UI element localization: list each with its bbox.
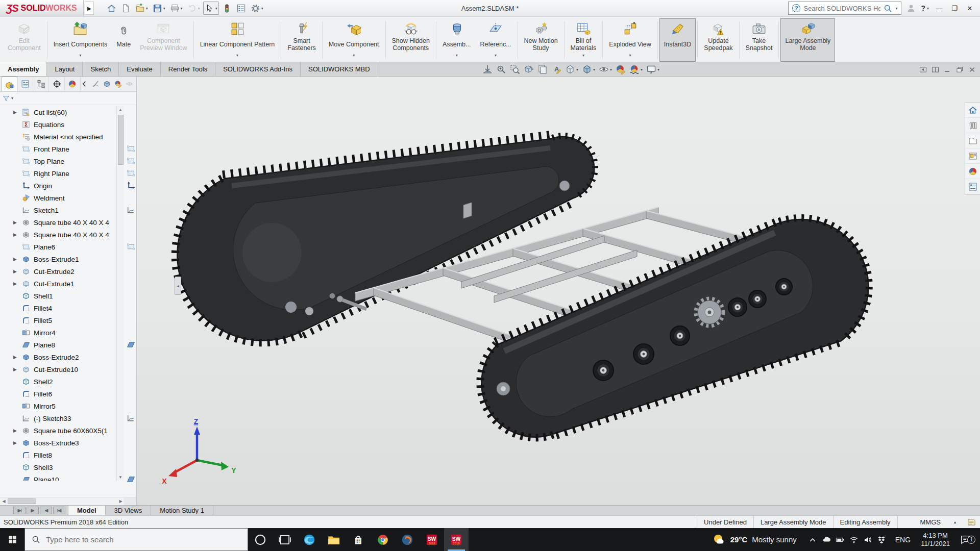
tab-evaluate[interactable]: Evaluate	[119, 62, 161, 76]
start-button[interactable]	[0, 528, 24, 551]
tree-item[interactable]: Right Plane	[0, 167, 116, 180]
scroll-next-button[interactable]	[40, 507, 52, 514]
insert-components-dropdown-caret[interactable]: ▾	[79, 52, 81, 59]
hide-types-button[interactable]	[92, 80, 100, 88]
scroll-down-arrow[interactable]: ▼	[117, 473, 124, 481]
doc-tab-model[interactable]: Model	[68, 506, 106, 515]
move-component-dropdown-caret[interactable]: ▾	[353, 52, 355, 59]
tree-item[interactable]: ▶Square tube 60X60X5(1	[0, 424, 116, 437]
scrollbar-thumb[interactable]	[118, 115, 124, 165]
volume-tray-icon[interactable]	[861, 536, 875, 544]
tree-item[interactable]: Fillet4	[0, 302, 116, 314]
dimxpertmanager-tab[interactable]	[49, 77, 65, 91]
wifi-tray-icon[interactable]	[847, 536, 861, 544]
edge-taskbar-button[interactable]	[297, 528, 322, 551]
search-dropdown-caret[interactable]: ▾	[895, 6, 897, 11]
minimize-button[interactable]: —	[934, 5, 944, 12]
expand-arrow-icon[interactable]: ▶	[13, 355, 17, 360]
assembly-features-dropdown-caret[interactable]: ▾	[456, 52, 458, 59]
select-button[interactable]: ▾	[203, 2, 219, 15]
view-settings-dropdown-caret[interactable]: ▾	[657, 67, 659, 72]
new-document-button[interactable]	[119, 2, 132, 15]
move-component-button[interactable]: Move Component▾	[324, 18, 384, 62]
zoom-to-area-button[interactable]	[496, 64, 506, 74]
scroll-left-arrow[interactable]: ◀	[0, 498, 8, 505]
expand-arrow-icon[interactable]: ▶	[13, 220, 17, 225]
store-taskbar-button[interactable]	[346, 528, 371, 551]
hide-annotations-button[interactable]: A	[551, 64, 561, 74]
instant3d-button[interactable]: Instant3D	[659, 18, 696, 62]
rebuild-button[interactable]	[220, 2, 233, 15]
doc-minimize-button[interactable]	[944, 66, 951, 73]
expand-arrow-icon[interactable]: ▶	[13, 428, 17, 433]
scroll-up-arrow[interactable]: ▲	[117, 106, 124, 113]
road-wheel[interactable]	[633, 344, 654, 364]
restore-button[interactable]: ❐	[949, 5, 960, 12]
display-pane-appearance-button[interactable]	[114, 80, 122, 88]
filter-dropdown-caret[interactable]: ▾	[11, 96, 13, 101]
doc-tab-3d-views[interactable]: 3D Views	[106, 506, 152, 515]
expand-arrow-icon[interactable]: ▶	[13, 232, 17, 237]
tree-item[interactable]: (-) Sketch33	[0, 412, 116, 424]
tree-item[interactable]: Plane6	[0, 241, 116, 253]
tree-item[interactable]: ▶Cut list(60)	[0, 106, 116, 118]
hide-show-items-button[interactable]: ▾	[599, 64, 612, 74]
file-explorer-taskbar-button[interactable]	[322, 528, 346, 551]
configurationmanager-tab[interactable]	[33, 77, 49, 91]
tab-sketch[interactable]: Sketch	[83, 62, 119, 76]
undo-dropdown-caret[interactable]: ▾	[198, 6, 200, 11]
linear-pattern-dropdown-caret[interactable]: ▾	[236, 52, 238, 59]
tree-item[interactable]: Weldment	[0, 192, 116, 204]
undo-button[interactable]: ▾	[186, 2, 202, 15]
display-style-dropdown-caret[interactable]: ▾	[593, 67, 595, 72]
save-button[interactable]: ▾	[151, 2, 167, 15]
battery-tray-icon[interactable]	[834, 536, 847, 544]
options-button[interactable]: ▾	[249, 2, 265, 15]
tree-item[interactable]: Shell1	[0, 290, 116, 302]
design-library-tab[interactable]	[965, 118, 980, 133]
left-track[interactable]	[175, 134, 595, 343]
user-account-icon[interactable]	[906, 4, 916, 13]
scroll-prev-button[interactable]	[27, 507, 39, 514]
tree-item[interactable]: Shell2	[0, 375, 116, 388]
search-icon[interactable]	[884, 4, 892, 13]
apply-scene-button[interactable]: ▾	[629, 64, 643, 74]
insert-components-button[interactable]: Insert Components▾	[49, 18, 112, 62]
displaymanager-tab[interactable]	[65, 77, 81, 91]
tree-item[interactable]: Sketch1	[0, 204, 116, 216]
filter-icon[interactable]	[3, 95, 10, 102]
weather-widget[interactable]: 29°C Mostly sunny	[706, 533, 803, 546]
help-menu[interactable]: ?▾	[921, 4, 929, 12]
road-wheel[interactable]	[593, 360, 614, 381]
save-dropdown-caret[interactable]: ▾	[163, 6, 165, 11]
tree-vertical-scrollbar[interactable]: ▲ ▼	[116, 106, 124, 481]
tree-item[interactable]: ▶Square tube 40 X 40 X 4	[0, 229, 116, 241]
tree-item[interactable]: Front Plane	[0, 143, 116, 155]
view-palette-tab[interactable]	[965, 148, 980, 164]
road-wheel[interactable]	[728, 298, 747, 316]
view-orientation-dropdown-caret[interactable]: ▾	[576, 67, 578, 72]
tree-item[interactable]: Fillet6	[0, 388, 116, 400]
tree-item[interactable]: Fillet5	[0, 314, 116, 327]
menu-flyout-arrow[interactable]: ▶	[85, 2, 94, 15]
tree-horizontal-scrollbar[interactable]: ◀ ▶	[0, 497, 125, 505]
pane-previous-button[interactable]	[919, 66, 927, 73]
linear-pattern-button[interactable]: Linear Component Pattern▾	[195, 18, 280, 62]
expand-arrow-icon[interactable]: ▶	[13, 367, 17, 372]
tree-item[interactable]: Plane8	[0, 339, 116, 351]
display-style-button[interactable]: ▾	[582, 64, 595, 74]
tab-assembly[interactable]: Assembly	[0, 62, 47, 76]
tree-item[interactable]: Plane10	[0, 473, 116, 481]
taskbar-search-box[interactable]	[24, 528, 248, 551]
cortana-taskbar-button[interactable]	[248, 528, 273, 551]
scroll-last-button[interactable]	[53, 507, 65, 514]
tree-item[interactable]: ▶Cut-Extrude2	[0, 265, 116, 278]
expand-arrow-icon[interactable]: ▶	[13, 110, 17, 115]
expand-arrow-icon[interactable]: ▶	[13, 257, 17, 262]
take-snapshot-button[interactable]: TakeSnapshot	[741, 18, 777, 62]
mate-button[interactable]: Mate	[112, 18, 135, 62]
tree-item[interactable]: Material <not specified	[0, 131, 116, 143]
tree-item[interactable]: ▶Cut-Extrude10	[0, 363, 116, 375]
expand-arrow-icon[interactable]: ▶	[13, 440, 17, 445]
exploded-view-button[interactable]: Exploded View▾	[604, 18, 655, 62]
